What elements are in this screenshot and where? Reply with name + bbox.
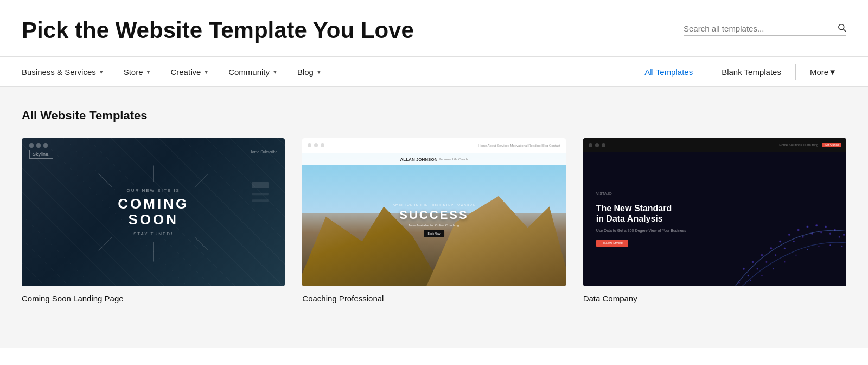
svg-point-26 [756,268,758,270]
svg-rect-12 [252,200,269,202]
browser-dot [36,143,41,148]
svg-point-23 [834,229,836,231]
nav-right: All Templates Blank Templates More ▼ [635,56,846,87]
chevron-down-icon: ▼ [272,69,278,75]
nav-label-blank-templates: Blank Templates [722,67,781,77]
svg-rect-10 [252,182,269,188]
nav-divider-2 [795,64,796,80]
chevron-down-icon: ▼ [828,67,837,77]
coaching-header-bar: ALLAN JOHNSON Personal Life Coach [302,153,565,165]
svg-line-8 [99,237,112,250]
data-nav-right: Home Solutions Team Blog Get Started [779,143,841,147]
svg-point-41 [795,255,797,256]
svg-line-7 [194,174,208,187]
svg-point-18 [788,234,790,236]
coaching-preview: Home About Services Motivational Reading… [302,138,565,286]
coming-soon-text: OUR NEW SITE IS COMING SOON STAY TUNED! [118,188,189,236]
svg-point-27 [765,261,767,263]
coaching-person-name: ALLAN JOHNSON [400,157,438,162]
nav-item-all-templates[interactable]: All Templates [635,56,703,87]
coming-soon-nav: Home Subscribe [250,150,278,154]
browser-dot [29,143,34,148]
page-title: Pick the Website Template You Love [22,17,414,43]
coming-soon-logo: Skyline. [29,150,53,159]
svg-line-6 [99,174,112,187]
nav-item-store[interactable]: Store ▼ [114,56,161,87]
chevron-down-icon: ▼ [203,69,209,75]
svg-point-40 [784,261,786,263]
svg-point-43 [818,246,820,247]
data-learn-more-btn: LEARN MORE [596,240,629,247]
nav-label-store: Store [124,67,143,77]
coaching-ambition: AMBITION IS THE FIRST STEP TOWARDS [393,203,475,206]
coaching-browser-top: Home About Services Motivational Reading… [302,138,565,153]
template-thumb-coaching: Home About Services Motivational Reading… [302,138,565,286]
nav-label-creative: Creative [170,67,201,77]
page-header: Pick the Website Template You Love [0,0,868,56]
search-input[interactable] [684,22,846,36]
template-card-data-company[interactable]: Home Solutions Team Blog Get Started [583,138,846,303]
browser-dots [29,143,48,148]
coaching-book-btn: Book Now [424,230,445,237]
svg-point-24 [843,234,845,236]
svg-point-17 [779,241,781,243]
chevron-down-icon: ▼ [99,69,104,75]
svg-line-9 [194,237,208,250]
nav-item-blog[interactable]: Blog ▼ [288,56,331,87]
svg-line-1 [844,29,846,32]
section-title: All Website Templates [22,109,846,123]
svg-point-21 [815,224,818,226]
nav-item-business[interactable]: Business & Services ▼ [22,56,114,87]
nav-item-community[interactable]: Community ▼ [219,56,288,87]
nav-item-creative[interactable]: Creative ▼ [161,56,219,87]
svg-point-35 [839,236,840,238]
nav-label-community: Community [228,67,270,77]
svg-point-44 [829,244,831,246]
svg-rect-11 [252,193,269,195]
template-thumb-coming-soon: Skyline. Home Subscribe [22,138,285,286]
data-company-preview: Home Solutions Team Blog Get Started [583,138,846,286]
coaching-text-overlay: AMBITION IS THE FIRST STEP TOWARDS SUCCE… [393,203,475,237]
svg-point-25 [748,275,749,276]
browser-dot [321,143,324,147]
browser-dot [602,143,605,147]
nav-item-blank-templates[interactable]: Blank Templates [712,56,791,87]
search-icon[interactable] [837,23,846,35]
templates-grid: Skyline. Home Subscribe [22,138,846,303]
svg-point-45 [841,246,843,247]
coaching-sub: Now Available for Online Coaching [393,224,475,227]
browser-dot [589,143,592,147]
template-name-coming-soon: Coming Soon Landing Page [22,294,285,303]
coming-soon-coming: COMING [118,196,189,212]
nav-label-business: Business & Services [22,67,96,77]
svg-point-14 [752,261,754,263]
coaching-success: SUCCESS [393,208,475,222]
svg-point-15 [761,254,763,256]
nav-item-more[interactable]: More ▼ [800,56,846,87]
svg-point-42 [807,249,808,251]
browser-dot [43,143,48,148]
main-content: All Website Templates Skyline. Home Subs… [0,87,868,348]
svg-point-37 [750,280,751,281]
svg-point-16 [770,247,772,249]
chevron-down-icon: ▼ [146,69,151,75]
svg-point-28 [775,254,776,256]
data-nav-items: Home Solutions Team Blog [779,143,818,147]
svg-point-30 [793,241,795,242]
template-name-coaching: Coaching Professional [302,294,565,303]
search-input-wrap [684,22,846,36]
template-thumb-data-company: Home Solutions Team Blog Get Started [583,138,846,286]
svg-point-38 [761,275,763,277]
coming-soon-stay: STAY TUNED! [118,231,189,236]
coming-soon-preview: Skyline. Home Subscribe [22,138,285,286]
data-get-started-badge: Get Started [822,143,841,147]
data-sub: Use Data to Get a 360-Degree View of You… [596,228,833,234]
nav-left: Business & Services ▼ Store ▼ Creative ▼… [22,56,635,87]
coming-soon-soon: SOON [118,212,189,228]
nav-bar: Business & Services ▼ Store ▼ Creative ▼… [0,56,868,87]
template-name-data-company: Data Company [583,294,846,303]
browser-dot [308,143,311,147]
data-heading: The New Standard in Data Analysis [596,203,833,224]
template-card-coaching[interactable]: Home About Services Motivational Reading… [302,138,565,303]
template-card-coming-soon[interactable]: Skyline. Home Subscribe [22,138,285,303]
